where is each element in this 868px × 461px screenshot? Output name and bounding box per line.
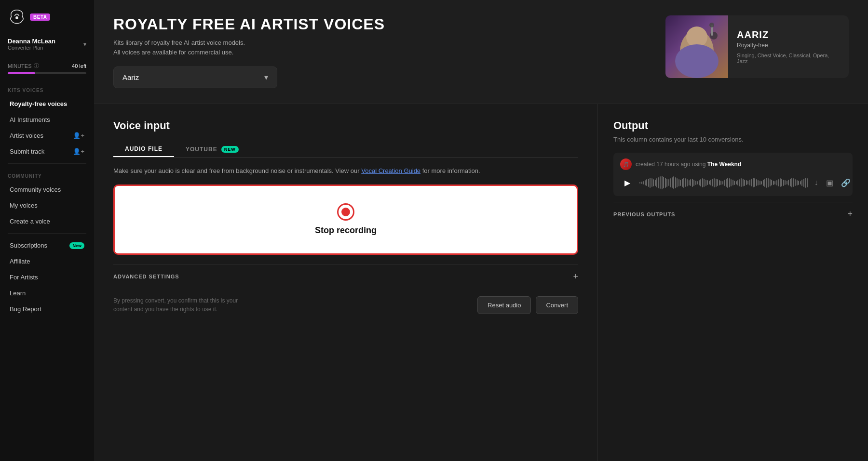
previous-outputs-row: PREVIOUS OUTPUTS + [613, 202, 853, 226]
output-actions: ↓ ▣ 🔗 [813, 177, 853, 188]
recording-modal[interactable]: Stop recording [113, 184, 578, 255]
sidebar-item-bug-report[interactable]: Bug Report [2, 301, 92, 317]
voice-card: AARIZ Royalty-free Singing, Chest Voice,… [665, 15, 849, 78]
output-avatar: 🎵 [620, 158, 632, 170]
output-subtitle: This column contains your last 10 conver… [613, 136, 853, 143]
add-user-icon-2: 👤+ [73, 148, 84, 155]
new-badge: New [69, 242, 84, 249]
waveform-row: ▶ ↓ ▣ 🔗 [620, 175, 846, 190]
sidebar-item-royalty-free-voices[interactable]: Royalty-free voices [2, 96, 92, 112]
user-name: Deanna McLean [8, 38, 55, 45]
voice-person-illustration [665, 15, 728, 78]
play-button[interactable]: ▶ [620, 175, 635, 190]
voice-card-name: AARIZ [737, 29, 840, 40]
subscriptions-left: Subscriptions [10, 242, 47, 249]
voice-card-royalty: Royalty-free [737, 42, 840, 49]
chevron-down-icon: ▾ [264, 73, 268, 82]
logo-area: BETA [8, 8, 50, 26]
upload-area-container: Add or drop audio file Supports .wav, .m… [113, 184, 578, 255]
sidebar-divider-2 [8, 233, 86, 234]
convert-button[interactable]: Convert [536, 296, 578, 314]
user-section[interactable]: Deanna McLean Converter Plan ▾ [0, 34, 94, 58]
output-item: 🎵 created 17 hours ago using The Weeknd … [613, 153, 853, 196]
sidebar-item-submit-track[interactable]: Submit track 👤+ [2, 144, 92, 159]
advanced-settings-label: ADVANCED SETTINGS [113, 274, 179, 279]
hero-subtitle: Kits library of royalty free AI artist v… [113, 38, 385, 57]
minutes-section: MINUTES ⓘ 40 left [0, 58, 94, 82]
output-panel: Output This column contains your last 10… [598, 104, 868, 461]
logo-icon [8, 8, 26, 26]
sidebar-item-learn[interactable]: Learn [2, 285, 92, 301]
sidebar-item-label: Artist voices [10, 132, 43, 139]
youtube-new-badge: New [221, 146, 239, 153]
sidebar-item-label: Submit track [10, 148, 44, 155]
download-button[interactable]: ↓ [813, 177, 820, 188]
info-icon: ⓘ [34, 62, 39, 69]
bottom-section: Voice input AUDIO FILE YOUTUBE New Make … [94, 104, 868, 461]
sidebar-item-affiliate[interactable]: Affiliate [2, 253, 92, 269]
sidebar-item-label: Affiliate [10, 258, 30, 265]
sidebar-item-label: Learn [10, 290, 26, 297]
sidebar-item-community-voices[interactable]: Community voices [2, 182, 92, 198]
output-item-header: 🎵 created 17 hours ago using The Weeknd [620, 158, 846, 170]
advanced-settings-toggle[interactable]: + [573, 272, 578, 282]
voice-input-title: Voice input [113, 119, 578, 132]
beta-badge: BETA [30, 13, 50, 21]
sidebar-item-label: Community voices [10, 186, 61, 193]
hero-section: ROYALTY FREE AI ARTIST VOICES Kits libra… [94, 0, 868, 104]
record-dot-outer [337, 203, 354, 221]
sidebar-item-for-artists[interactable]: For Artists [2, 269, 92, 285]
user-info: Deanna McLean Converter Plan [8, 38, 55, 51]
voice-guide-text: Make sure your audio is clear and free f… [113, 166, 578, 176]
voice-card-image [665, 15, 728, 78]
sidebar: BETA Deanna McLean Converter Plan ▾ MINU… [0, 0, 94, 461]
sidebar-item-my-voices[interactable]: My voices [2, 198, 92, 213]
sidebar-item-label: AI Instruments [10, 116, 50, 123]
kits-voices-label: KITS VOICES [0, 82, 94, 96]
user-plan: Converter Plan [8, 45, 55, 51]
sidebar-header: BETA [0, 8, 94, 34]
add-user-icon: 👤+ [73, 132, 84, 139]
previous-outputs-toggle[interactable]: + [847, 209, 853, 219]
sidebar-item-label: For Artists [10, 274, 38, 281]
minutes-bar-fill [8, 72, 35, 74]
sidebar-item-label: Create a voice [10, 218, 50, 225]
svg-point-0 [15, 16, 18, 19]
voice-card-info: AARIZ Royalty-free Singing, Chest Voice,… [728, 22, 849, 72]
bottom-actions: By pressing convert, you confirm that th… [113, 296, 578, 314]
svg-point-3 [675, 44, 719, 78]
minutes-count: 40 left [72, 63, 86, 69]
action-buttons: Reset audio Convert [477, 296, 578, 314]
output-title: Output [613, 119, 853, 132]
sidebar-item-ai-instruments[interactable]: AI Instruments [2, 112, 92, 128]
sidebar-item-label: Bug Report [10, 305, 41, 313]
link-button[interactable]: 🔗 [839, 177, 853, 188]
sidebar-item-label: My voices [10, 202, 38, 209]
sidebar-item-label: Royalty-free voices [10, 100, 67, 107]
community-label: COMMUNITY [0, 168, 94, 182]
sidebar-item-create-a-voice[interactable]: Create a voice [2, 213, 92, 229]
voice-selector[interactable]: Aariz ▾ [113, 66, 277, 88]
minutes-label: MINUTES ⓘ 40 left [8, 62, 86, 69]
reset-audio-button[interactable]: Reset audio [477, 296, 531, 314]
main-content: ROYALTY FREE AI ARTIST VOICES Kits libra… [94, 0, 868, 461]
svg-point-4 [710, 32, 718, 40]
sidebar-item-artist-voices[interactable]: Artist voices 👤+ [2, 128, 92, 144]
waveform [639, 175, 808, 190]
hero-left: ROYALTY FREE AI ARTIST VOICES Kits libra… [113, 15, 385, 88]
sidebar-item-subscriptions[interactable]: Subscriptions New [2, 237, 92, 253]
video-button[interactable]: ▣ [824, 177, 835, 188]
previous-outputs-label: PREVIOUS OUTPUTS [613, 211, 675, 217]
disclaimer-text: By pressing convert, you confirm that th… [113, 296, 258, 314]
sidebar-divider [8, 163, 86, 164]
voice-input-panel: Voice input AUDIO FILE YOUTUBE New Make … [94, 104, 598, 461]
tab-youtube[interactable]: YOUTUBE New [174, 142, 250, 157]
vocal-creation-guide-link[interactable]: Vocal Creation Guide [361, 167, 420, 174]
voice-card-tags: Singing, Chest Voice, Classical, Opera, … [737, 53, 840, 64]
chevron-down-icon: ▾ [83, 41, 86, 48]
tab-audio-file[interactable]: AUDIO FILE [113, 142, 174, 157]
output-meta: created 17 hours ago using The Weeknd [636, 161, 741, 168]
voice-selector-name: Aariz [122, 73, 139, 81]
minutes-bar [8, 72, 86, 74]
hero-title: ROYALTY FREE AI ARTIST VOICES [113, 15, 385, 33]
